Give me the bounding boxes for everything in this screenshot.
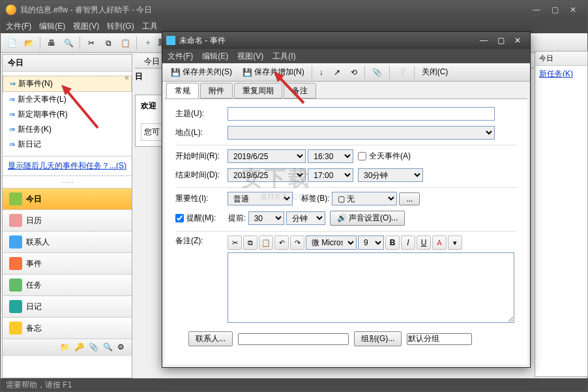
menu-file[interactable]: 文件(F): [6, 21, 31, 32]
contact-button[interactable]: 联系人...: [188, 331, 233, 346]
ob-today[interactable]: 今日: [3, 188, 132, 210]
tab-general[interactable]: 常规: [166, 83, 199, 98]
tasks-icon: [9, 279, 22, 292]
right-new-task-link[interactable]: 新任务(K): [535, 66, 587, 82]
save-add-button[interactable]: 💾保存并增加(N): [238, 64, 309, 80]
tool-icon[interactable]: ↗: [329, 65, 345, 80]
tab-attachments[interactable]: 附件: [200, 83, 233, 98]
tag-select[interactable]: ▢ 无: [332, 192, 397, 205]
ob-contacts[interactable]: 联系人: [3, 232, 132, 253]
remind-unit-select[interactable]: 分钟: [286, 211, 325, 225]
group-button[interactable]: 组别(G)...: [354, 331, 402, 346]
tool-icon[interactable]: ⟲: [346, 65, 362, 80]
tool-new-icon[interactable]: 📄: [5, 36, 19, 50]
nav-new-allday[interactable]: ⇒新全天事件(L): [3, 92, 132, 107]
tab-notes[interactable]: 备注: [284, 83, 316, 98]
tool-paste-icon[interactable]: 📋: [118, 36, 132, 50]
foot-icon[interactable]: ⚙: [117, 342, 128, 353]
remind-num-select[interactable]: 30: [248, 211, 284, 225]
font-size-select[interactable]: 9: [358, 235, 384, 250]
tool-preview-icon[interactable]: 🔍: [61, 36, 76, 50]
tool-print-icon[interactable]: 🖶: [44, 36, 59, 50]
sidebar-grip[interactable]: ∙∙∙∙∙∙: [3, 175, 132, 188]
start-time-select[interactable]: 16:30: [308, 149, 353, 163]
subject-input[interactable]: [228, 107, 495, 121]
minimize-button[interactable]: —: [527, 5, 546, 14]
close-button[interactable]: 关闭(C): [417, 64, 453, 80]
ob-calendar[interactable]: 日历: [3, 210, 132, 232]
ob-notes[interactable]: 备忘: [3, 318, 132, 339]
menu-goto[interactable]: 转到(G): [107, 21, 134, 32]
dialog-maximize-button[interactable]: ▢: [492, 36, 509, 45]
notes-textarea[interactable]: [228, 252, 514, 323]
rte-cut-icon[interactable]: ✂: [228, 235, 242, 250]
separator: [80, 37, 80, 50]
foot-icon[interactable]: 🔑: [74, 342, 85, 353]
nav-new-event[interactable]: ⇒新事件(N): [3, 76, 132, 92]
tab-recurrence[interactable]: 重复周期: [234, 83, 282, 98]
rte-redo-icon[interactable]: ↷: [290, 235, 304, 250]
dialog-minimize-button[interactable]: —: [475, 36, 492, 45]
menu-view[interactable]: 视图(V): [73, 21, 99, 32]
tool-open-icon[interactable]: 📂: [22, 36, 36, 50]
importance-select[interactable]: 普通: [228, 192, 293, 205]
nav-new-recurring[interactable]: ⇒新定期事件(R): [3, 107, 132, 122]
ob-label: 联系人: [26, 237, 50, 248]
close-button[interactable]: ✕: [564, 5, 582, 14]
rte-italic-icon[interactable]: I: [401, 235, 415, 250]
location-label: 地点(L):: [175, 127, 228, 138]
ob-journal[interactable]: 日记: [3, 296, 132, 318]
ob-tasks[interactable]: 任务: [3, 275, 132, 296]
rte-color-icon[interactable]: A: [432, 235, 447, 250]
collapse-icon[interactable]: «: [125, 73, 129, 82]
menu-edit[interactable]: 编辑(E): [39, 21, 65, 32]
location-select[interactable]: [228, 126, 495, 140]
rte-copy-icon[interactable]: ⧉: [243, 235, 257, 250]
foot-icon[interactable]: 🔍: [103, 342, 113, 353]
tag-label: 标签(B):: [301, 193, 329, 204]
end-time-select[interactable]: 17:00: [308, 168, 353, 182]
duration-select[interactable]: 30分钟: [358, 168, 423, 182]
save-close-button[interactable]: 💾保存并关闭(S): [166, 64, 237, 80]
dialog-icon: [166, 36, 175, 45]
remind-checkbox[interactable]: [175, 214, 184, 222]
nav-label: 新任务(K): [18, 124, 51, 135]
menu-tools[interactable]: 工具: [142, 21, 158, 32]
dlg-menu-edit[interactable]: 编辑(E): [202, 51, 228, 62]
rte-underline-icon[interactable]: U: [417, 235, 431, 250]
ob-events[interactable]: 事件: [3, 253, 132, 275]
start-date-select[interactable]: 2019/6/25: [228, 149, 306, 163]
rte-bold-icon[interactable]: B: [385, 235, 400, 250]
dlg-menu-file[interactable]: 文件(F): [168, 51, 193, 62]
nav-new-task[interactable]: ⇒新任务(K): [3, 122, 132, 137]
rte-undo-icon[interactable]: ↶: [274, 235, 289, 250]
remind-label: 提醒(M):: [186, 213, 228, 224]
allday-checkbox[interactable]: [358, 152, 366, 160]
sidebar-hint-link[interactable]: 显示随后几天的事件和任务？...(S): [3, 156, 132, 175]
tool-cut-icon[interactable]: ✂: [84, 36, 98, 50]
foot-icon[interactable]: 📎: [89, 342, 99, 353]
tool-add-icon[interactable]: ＋: [141, 36, 155, 50]
foot-icon[interactable]: 📁: [60, 342, 70, 353]
event-dialog: 未命名 - 事件 — ▢ ✕ 文件(F) 编辑(E) 视图(V) 工具(I) 💾…: [162, 31, 531, 368]
attachment-icon[interactable]: 📎: [368, 65, 387, 80]
rte-paste-icon[interactable]: 📋: [259, 235, 273, 250]
contact-input[interactable]: [238, 333, 349, 345]
sound-settings-button[interactable]: 🔊 声音设置(O)...: [330, 211, 405, 226]
group-input[interactable]: [407, 333, 472, 345]
tag-more-button[interactable]: ...: [399, 192, 420, 205]
save-add-icon: 💾: [243, 68, 252, 77]
allday-label: 全天事件(A): [369, 151, 411, 162]
end-date-select[interactable]: 2019/6/25: [228, 168, 306, 182]
dialog-close-button[interactable]: ✕: [509, 36, 526, 45]
help-icon[interactable]: ❔: [392, 65, 411, 80]
rte-highlight-icon[interactable]: ▾: [448, 235, 462, 250]
font-name-select[interactable]: 微 Microsc: [306, 235, 357, 250]
nav-new-journal[interactable]: ⇒新日记: [3, 137, 132, 152]
maximize-button[interactable]: ▢: [546, 5, 564, 14]
tool-icon[interactable]: ↓: [315, 65, 328, 80]
tool-copy-icon[interactable]: ⧉: [101, 36, 115, 50]
dlg-menu-view[interactable]: 视图(V): [237, 51, 263, 62]
nav-label: 新定期事件(R): [18, 109, 68, 120]
dlg-menu-tools[interactable]: 工具(I): [272, 51, 295, 62]
